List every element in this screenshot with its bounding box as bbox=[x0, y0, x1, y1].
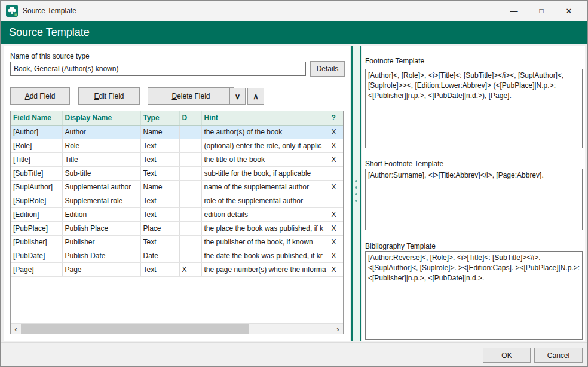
cell-d bbox=[179, 125, 201, 139]
cell-field-name: [Title] bbox=[11, 152, 62, 166]
edit-field-button[interactable]: Edit Field bbox=[78, 87, 140, 105]
cell-question: X bbox=[329, 152, 343, 166]
cell-display-name: Role bbox=[62, 139, 140, 152]
delete-field-button[interactable]: Delete Field bbox=[148, 87, 234, 105]
table-row[interactable]: [Role] Role Text (optional) enter the ro… bbox=[11, 139, 343, 152]
table-row[interactable]: [Title] Title Text the title of the book… bbox=[11, 152, 343, 166]
source-type-name-input[interactable] bbox=[10, 62, 306, 76]
move-field-up-button[interactable]: ∧ bbox=[247, 88, 264, 105]
add-field-button[interactable]: Add Field bbox=[10, 87, 70, 105]
minimize-button[interactable]: — bbox=[500, 1, 528, 21]
col-d[interactable]: D bbox=[179, 111, 201, 125]
details-button[interactable]: Details bbox=[310, 61, 345, 77]
cell-hint: the publisher of the book, if known bbox=[201, 235, 329, 249]
cell-question: X bbox=[329, 180, 343, 194]
templates-panel: Footnote Template [Author]<, [Role]>, <i… bbox=[362, 46, 585, 341]
source-template-dialog: Source Template — □ ✕ Source Template Na… bbox=[0, 0, 588, 367]
close-button[interactable]: ✕ bbox=[555, 1, 583, 21]
title-bar: Source Template — □ ✕ bbox=[1, 1, 587, 21]
cell-display-name: Supplemental role bbox=[62, 194, 140, 207]
cell-d: X bbox=[179, 262, 201, 276]
cell-hint: the title of the book bbox=[201, 152, 329, 166]
splitter-grip-icon bbox=[355, 180, 357, 202]
cell-hint: name of the supplemental author bbox=[201, 180, 329, 194]
cell-question: X bbox=[329, 262, 343, 276]
cell-field-name: [Edition] bbox=[11, 207, 62, 221]
cell-hint: the author(s) of the book bbox=[201, 125, 329, 139]
table-row[interactable]: [Page] Page Text X the page number(s) wh… bbox=[11, 262, 343, 276]
col-field-name[interactable]: Field Name bbox=[11, 111, 62, 125]
col-question[interactable]: ? bbox=[329, 111, 343, 125]
bibliography-template-input[interactable]: [Author:Reverse]<, [Role]>. <i>[Title]<:… bbox=[365, 251, 583, 340]
cell-type: Text bbox=[140, 194, 179, 207]
cell-hint: role of the supplemental author bbox=[201, 194, 329, 207]
table-row[interactable]: [SubTitle] Sub-title Text sub-title for … bbox=[11, 166, 343, 180]
field-table: Field Name Display Name Type D Hint ? [A… bbox=[10, 111, 344, 334]
minimize-icon: — bbox=[510, 7, 518, 16]
horizontal-scrollbar: ‹ › bbox=[11, 323, 343, 334]
table-row[interactable]: [PubDate] Publish Date Date the date the… bbox=[11, 249, 343, 262]
cell-field-name: [PubDate] bbox=[11, 249, 62, 262]
cell-field-name: [Role] bbox=[11, 139, 62, 152]
cell-type: Text bbox=[140, 152, 179, 166]
panel-splitter[interactable] bbox=[351, 46, 361, 341]
scrollbar-track[interactable] bbox=[21, 324, 333, 334]
app-tree-icon bbox=[6, 5, 18, 17]
cell-type: Text bbox=[140, 207, 179, 221]
cell-type: Text bbox=[140, 166, 179, 180]
short-footnote-template-label: Short Footnote Template bbox=[365, 160, 443, 168]
cell-field-name: [SubTitle] bbox=[11, 166, 62, 180]
cell-hint: the page number(s) where the informa bbox=[201, 262, 329, 276]
col-type[interactable]: Type bbox=[140, 111, 179, 125]
cell-type: Place bbox=[140, 221, 179, 235]
scroll-left-icon: ‹ bbox=[14, 325, 17, 334]
page-title: Source Template bbox=[1, 21, 587, 44]
cell-display-name: Sub-title bbox=[62, 166, 140, 180]
cell-type: Name bbox=[140, 180, 179, 194]
cell-field-name: [SuplAuthor] bbox=[11, 180, 62, 194]
maximize-button[interactable]: □ bbox=[528, 1, 555, 21]
cell-display-name: Title bbox=[62, 152, 140, 166]
col-hint[interactable]: Hint bbox=[201, 111, 329, 125]
cancel-button[interactable]: Cancel bbox=[534, 348, 583, 363]
cell-display-name: Supplemental author bbox=[62, 180, 140, 194]
fields-panel: Name of this source type Details Add Fie… bbox=[4, 46, 350, 341]
dialog-footer: OK Cancel bbox=[1, 342, 587, 367]
cell-display-name: Publish Place bbox=[62, 221, 140, 235]
table-row[interactable]: [Publisher] Publisher Text the publisher… bbox=[11, 235, 343, 249]
scroll-right-button[interactable]: › bbox=[333, 324, 343, 334]
table-row[interactable]: [PubPlace] Publish Place Place the place… bbox=[11, 221, 343, 235]
footnote-template-label: Footnote Template bbox=[365, 57, 424, 65]
cell-d bbox=[179, 139, 201, 152]
cell-display-name: Page bbox=[62, 262, 140, 276]
cell-display-name: Edition bbox=[62, 207, 140, 221]
cell-hint: edition details bbox=[201, 207, 329, 221]
cell-display-name: Publisher bbox=[62, 235, 140, 249]
ok-button[interactable]: OK bbox=[483, 348, 531, 363]
cell-display-name: Author bbox=[62, 125, 140, 139]
scroll-left-button[interactable]: ‹ bbox=[11, 324, 21, 334]
cell-d bbox=[179, 235, 201, 249]
chevron-down-icon: ∨ bbox=[235, 92, 241, 101]
scrollbar-thumb[interactable] bbox=[21, 324, 249, 334]
cell-type: Text bbox=[140, 262, 179, 276]
table-header-row: Field Name Display Name Type D Hint ? bbox=[11, 111, 343, 125]
cell-hint: the place the book was published, if k bbox=[201, 221, 329, 235]
move-field-down-button[interactable]: ∨ bbox=[229, 88, 246, 105]
cell-d bbox=[179, 166, 201, 180]
close-icon: ✕ bbox=[566, 7, 572, 16]
short-footnote-template-input[interactable]: [Author:Surname], <i>[Title:Abbrev]</i>,… bbox=[365, 169, 583, 230]
footnote-template-input[interactable]: [Author]<, [Role]>, <i>[Title]<: [SubTit… bbox=[365, 69, 583, 148]
cell-type: Name bbox=[140, 125, 179, 139]
col-display-name[interactable]: Display Name bbox=[62, 111, 140, 125]
chevron-up-icon: ∧ bbox=[253, 92, 259, 101]
table-row[interactable]: [SuplRole] Supplemental role Text role o… bbox=[11, 194, 343, 207]
table-row[interactable]: [Edition] Edition Text edition details X bbox=[11, 207, 343, 221]
cell-d bbox=[179, 194, 201, 207]
bibliography-template-label: Bibliography Template bbox=[365, 242, 436, 250]
table-row[interactable]: [SuplAuthor] Supplemental author Name na… bbox=[11, 180, 343, 194]
table-row[interactable]: [Author] Author Name the author(s) of th… bbox=[11, 125, 343, 139]
cell-field-name: [PubPlace] bbox=[11, 221, 62, 235]
cell-d bbox=[179, 221, 201, 235]
cell-question: X bbox=[329, 139, 343, 152]
